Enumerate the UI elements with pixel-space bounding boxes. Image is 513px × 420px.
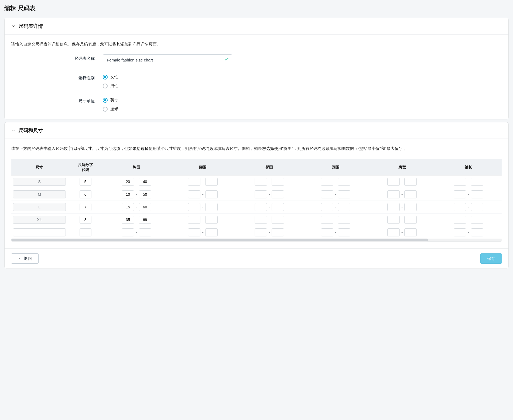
neck-max-input[interactable] <box>338 228 350 236</box>
waist-max-input[interactable] <box>205 178 218 186</box>
neck-min-input[interactable] <box>321 178 333 186</box>
neck-min-input[interactable] <box>321 190 333 198</box>
range-dash: - <box>468 217 469 222</box>
sleeve-min-input[interactable] <box>454 190 466 198</box>
radio-gender-male[interactable]: 男性 <box>103 83 232 88</box>
hip-max-input[interactable] <box>272 216 284 224</box>
sleeve-max-input[interactable] <box>471 216 483 224</box>
sleeve-max-input[interactable] <box>471 178 483 186</box>
bust-max-input[interactable] <box>139 203 151 211</box>
neck-max-input[interactable] <box>338 216 350 224</box>
horizontal-scrollbar[interactable] <box>11 239 502 241</box>
radio-unit-cm[interactable]: 厘米 <box>103 106 232 112</box>
waist-min-input[interactable] <box>188 228 200 236</box>
sleeve-min-input[interactable] <box>454 216 466 224</box>
neck-min-input[interactable] <box>321 216 333 224</box>
waist-max-input[interactable] <box>205 216 218 224</box>
save-button[interactable]: 保存 <box>480 253 502 264</box>
th-code: 尺码数字 代码 <box>67 159 103 175</box>
bust-min-input[interactable] <box>122 216 134 224</box>
range-dash: - <box>269 230 270 235</box>
hip-max-input[interactable] <box>272 228 284 236</box>
neck-max-input[interactable] <box>338 203 350 211</box>
shoulder-min-input[interactable] <box>387 178 400 186</box>
neck-max-input[interactable] <box>338 190 350 198</box>
table-row: ------ <box>11 201 502 214</box>
range-dash: - <box>202 205 203 209</box>
waist-min-input[interactable] <box>188 190 200 198</box>
waist-min-input[interactable] <box>188 178 200 186</box>
th-neck: 颈围 <box>302 159 369 175</box>
sleeve-max-input[interactable] <box>471 203 483 211</box>
label-unit: 尺寸单位 <box>11 97 103 104</box>
shoulder-max-input[interactable] <box>404 178 417 186</box>
code-input[interactable] <box>80 216 91 224</box>
radio-unit-inch[interactable]: 英寸 <box>103 98 232 103</box>
th-bust: 胸围 <box>103 159 170 175</box>
neck-max-input[interactable] <box>338 178 350 186</box>
shoulder-min-input[interactable] <box>387 190 400 198</box>
waist-max-input[interactable] <box>205 190 218 198</box>
panel-size-chart-details: 尺码表详情 请输入自定义尺码表的详细信息。保存尺码表后，您可以将其添加到产品详情… <box>4 18 509 119</box>
size-input[interactable] <box>13 203 66 211</box>
radio-gender-female[interactable]: 女性 <box>103 74 232 80</box>
range-dash: - <box>136 205 137 209</box>
shoulder-max-input[interactable] <box>404 203 417 211</box>
hip-min-input[interactable] <box>255 190 267 198</box>
range-dash: - <box>401 192 403 197</box>
size-input[interactable] <box>13 178 66 186</box>
hip-max-input[interactable] <box>272 190 284 198</box>
sleeve-max-input[interactable] <box>471 228 483 236</box>
code-input[interactable] <box>80 178 91 186</box>
hip-min-input[interactable] <box>255 178 267 186</box>
shoulder-min-input[interactable] <box>387 203 400 211</box>
range-dash: - <box>202 217 203 222</box>
waist-max-input[interactable] <box>205 203 218 211</box>
shoulder-min-input[interactable] <box>387 228 400 236</box>
sleeve-min-input[interactable] <box>454 178 466 186</box>
hip-min-input[interactable] <box>255 216 267 224</box>
hip-max-input[interactable] <box>272 178 284 186</box>
sleeve-min-input[interactable] <box>454 228 466 236</box>
bust-min-input[interactable] <box>122 228 134 236</box>
bust-min-input[interactable] <box>122 178 134 186</box>
shoulder-max-input[interactable] <box>404 228 417 236</box>
waist-min-input[interactable] <box>188 203 200 211</box>
th-waist: 腰围 <box>170 159 236 175</box>
waist-max-input[interactable] <box>205 228 218 236</box>
back-button[interactable]: 返回 <box>11 253 39 264</box>
shoulder-max-input[interactable] <box>404 190 417 198</box>
waist-min-input[interactable] <box>188 216 200 224</box>
bust-max-input[interactable] <box>139 216 151 224</box>
bust-max-input[interactable] <box>139 190 151 198</box>
neck-min-input[interactable] <box>321 228 333 236</box>
hip-max-input[interactable] <box>272 203 284 211</box>
range-dash: - <box>136 217 137 222</box>
range-dash: - <box>335 179 336 184</box>
neck-min-input[interactable] <box>321 203 333 211</box>
bust-max-input[interactable] <box>139 178 151 186</box>
code-input[interactable] <box>80 190 91 198</box>
panel-sizes: 尺码和尺寸 请在下方的尺码表中输入尺码数字代码和尺寸。尺寸为可选项，但如果您选择… <box>4 122 509 248</box>
range-dash: - <box>202 179 203 184</box>
size-input[interactable] <box>13 216 66 224</box>
size-table: 尺寸 尺码数字 代码 胸围 腰围 臀围 颈围 肩宽 袖长 -----------… <box>11 159 502 239</box>
sleeve-min-input[interactable] <box>454 203 466 211</box>
shoulder-max-input[interactable] <box>404 216 417 224</box>
chevron-left-icon <box>18 257 22 260</box>
size-input[interactable] <box>13 190 66 198</box>
panel-header-details[interactable]: 尺码表详情 <box>5 18 508 35</box>
bust-max-input[interactable] <box>139 228 151 236</box>
details-intro-text: 请输入自定义尺码表的详细信息。保存尺码表后，您可以将其添加到产品详情页面。 <box>11 41 502 47</box>
shoulder-min-input[interactable] <box>387 216 400 224</box>
bust-min-input[interactable] <box>122 203 134 211</box>
code-input[interactable] <box>80 228 91 236</box>
hip-min-input[interactable] <box>255 228 267 236</box>
chart-name-input[interactable] <box>103 54 232 65</box>
sleeve-max-input[interactable] <box>471 190 483 198</box>
bust-min-input[interactable] <box>122 190 134 198</box>
size-input[interactable] <box>13 228 66 236</box>
hip-min-input[interactable] <box>255 203 267 211</box>
panel-header-sizes[interactable]: 尺码和尺寸 <box>5 122 508 139</box>
code-input[interactable] <box>80 203 91 211</box>
